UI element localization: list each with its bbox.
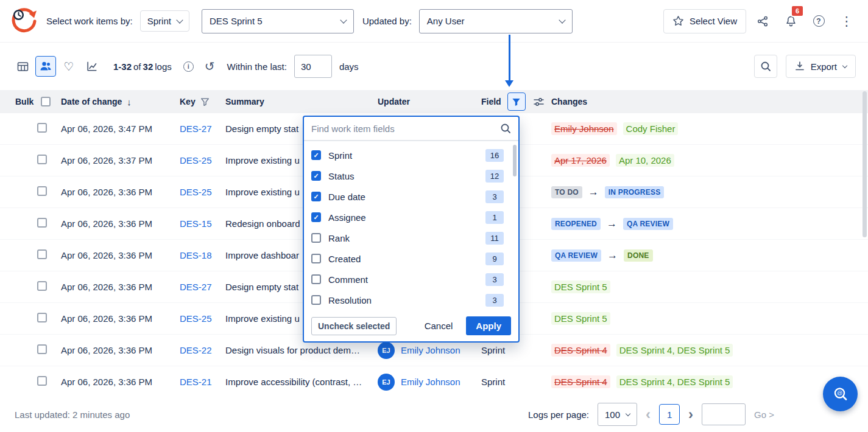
favorites-view-button[interactable]: ♡ bbox=[58, 56, 79, 77]
old-status-badge: QA REVIEW bbox=[551, 249, 601, 262]
row-checkbox[interactable] bbox=[37, 155, 47, 164]
checkbox-icon[interactable] bbox=[311, 295, 321, 305]
row-checkbox[interactable] bbox=[37, 281, 47, 291]
chevron-down-icon bbox=[176, 16, 183, 23]
updater-cell: EJEmily Johnson bbox=[378, 374, 481, 391]
chevron-down-icon bbox=[842, 63, 847, 68]
page-1-button[interactable]: 1 bbox=[659, 404, 680, 425]
bulk-cell bbox=[0, 376, 61, 388]
summary-header-label: Summary bbox=[225, 97, 264, 106]
notifications-button[interactable]: 6 bbox=[779, 10, 802, 33]
field-option-label: Comment bbox=[328, 274, 478, 285]
kebab-menu-icon: ⋮ bbox=[841, 15, 853, 27]
key-filter-icon[interactable] bbox=[200, 97, 210, 106]
checkbox-icon[interactable] bbox=[311, 274, 321, 284]
help-button[interactable]: ? bbox=[807, 10, 830, 33]
field-filter-option[interactable]: Comment3 bbox=[304, 269, 518, 290]
table-view-button[interactable] bbox=[12, 56, 33, 77]
key-cell: DES-25 bbox=[180, 155, 225, 165]
date-header-label[interactable]: Date of change bbox=[61, 97, 122, 106]
select-view-label: Select View bbox=[690, 16, 737, 26]
share-button[interactable] bbox=[751, 10, 774, 33]
sort-desc-icon[interactable]: ↓ bbox=[127, 97, 132, 107]
table-row: Apr 06, 2026, 3:36 PMDES-21Improve acces… bbox=[0, 366, 868, 398]
chart-icon bbox=[86, 61, 97, 72]
days-input[interactable] bbox=[294, 55, 332, 78]
export-label: Export bbox=[811, 61, 837, 72]
field-filter-option[interactable]: ✓Due date3 bbox=[304, 186, 518, 207]
date-of-change: Apr 06, 2026, 3:36 PM bbox=[61, 187, 180, 197]
toolbar: ♡ 1-32of32logs i ↺ Within the last: days bbox=[0, 43, 868, 90]
chart-view-button[interactable] bbox=[82, 56, 102, 77]
key-cell: DES-15 bbox=[180, 218, 225, 229]
goto-page-input[interactable] bbox=[702, 403, 746, 425]
popup-scrollbar[interactable] bbox=[513, 145, 517, 176]
people-view-button[interactable] bbox=[35, 56, 56, 77]
work-item-key-link[interactable]: DES-15 bbox=[180, 218, 212, 229]
work-item-key-link[interactable]: DES-25 bbox=[180, 187, 212, 197]
updater-link[interactable]: Emily Johnson bbox=[401, 345, 460, 355]
field-filter-option[interactable]: Rank11 bbox=[304, 228, 518, 248]
within-last-label: Within the last: bbox=[227, 61, 287, 72]
row-checkbox[interactable] bbox=[37, 313, 47, 322]
goto-page-button[interactable]: Go > bbox=[754, 409, 774, 420]
apply-button[interactable]: Apply bbox=[466, 316, 511, 335]
updater-link[interactable]: Emily Johnson bbox=[401, 377, 460, 387]
prev-page-button[interactable]: ‹ bbox=[646, 407, 651, 422]
field-option-label: Due date bbox=[328, 192, 478, 202]
field-count-badge: 9 bbox=[485, 253, 504, 265]
bell-icon bbox=[785, 15, 797, 27]
per-page-value: 100 bbox=[605, 409, 620, 420]
info-icon[interactable]: i bbox=[183, 61, 194, 72]
work-item-key-link[interactable]: DES-25 bbox=[180, 155, 212, 165]
export-button[interactable]: Export bbox=[786, 55, 856, 78]
row-checkbox[interactable] bbox=[37, 186, 47, 196]
sprint-select[interactable]: DES Sprint 5 bbox=[202, 9, 354, 33]
field-search-input[interactable] bbox=[311, 124, 500, 134]
field-filter-option[interactable]: Created9 bbox=[304, 248, 518, 269]
uncheck-selected-button[interactable]: Uncheck selected bbox=[311, 317, 397, 335]
select-view-button[interactable]: Select View bbox=[663, 9, 746, 33]
checkbox-icon[interactable] bbox=[311, 254, 321, 263]
cancel-button[interactable]: Cancel bbox=[425, 321, 453, 331]
more-menu-button[interactable]: ⋮ bbox=[835, 10, 858, 33]
row-checkbox[interactable] bbox=[37, 376, 47, 386]
table-header: Bulk Date of change ↓ Key Summary Update… bbox=[0, 90, 868, 113]
row-checkbox[interactable] bbox=[37, 218, 47, 228]
field-filter-option[interactable]: ✓Status12 bbox=[304, 165, 518, 186]
select-by-dropdown[interactable]: Sprint bbox=[140, 10, 189, 32]
checkbox-icon[interactable]: ✓ bbox=[311, 150, 321, 160]
refresh-icon[interactable]: ↺ bbox=[205, 60, 215, 72]
updater-header-label: Updater bbox=[378, 97, 410, 106]
checkbox-icon[interactable]: ✓ bbox=[311, 212, 321, 222]
updated-by-select[interactable]: Any User bbox=[419, 9, 573, 33]
annotation-arrow-line bbox=[509, 35, 510, 82]
select-all-checkbox[interactable] bbox=[41, 97, 51, 106]
work-item-key-link[interactable]: DES-27 bbox=[180, 124, 212, 134]
checkbox-icon[interactable] bbox=[311, 233, 321, 243]
search-fab-button[interactable]: @ bbox=[823, 377, 858, 411]
page-scrollbar[interactable] bbox=[863, 91, 867, 237]
per-page-select[interactable]: 100 bbox=[598, 403, 637, 426]
work-item-key-link[interactable]: DES-27 bbox=[180, 282, 212, 292]
checkbox-icon[interactable]: ✓ bbox=[311, 192, 321, 201]
field-filter-button[interactable] bbox=[507, 92, 526, 111]
work-item-key-link[interactable]: DES-21 bbox=[180, 377, 212, 387]
work-item-key-link[interactable]: DES-25 bbox=[180, 313, 212, 324]
work-item-key-link[interactable]: DES-18 bbox=[180, 250, 212, 260]
field-filter-option[interactable]: Resolution3 bbox=[304, 290, 518, 310]
work-item-key-link[interactable]: DES-22 bbox=[180, 345, 212, 355]
chevron-down-icon bbox=[340, 16, 347, 23]
field-filter-option[interactable]: ✓Sprint16 bbox=[304, 145, 518, 165]
next-page-button[interactable]: › bbox=[688, 407, 693, 422]
search-button[interactable] bbox=[754, 55, 777, 78]
field-filter-option[interactable]: ✓Assignee1 bbox=[304, 207, 518, 228]
key-cell: DES-25 bbox=[180, 187, 225, 197]
row-checkbox[interactable] bbox=[37, 249, 47, 259]
checkbox-icon[interactable]: ✓ bbox=[311, 171, 321, 181]
row-checkbox[interactable] bbox=[37, 123, 47, 133]
download-icon bbox=[795, 61, 805, 71]
column-settings-icon[interactable] bbox=[533, 96, 545, 108]
row-checkbox[interactable] bbox=[37, 344, 47, 354]
toolbar-right: Export bbox=[754, 55, 856, 78]
